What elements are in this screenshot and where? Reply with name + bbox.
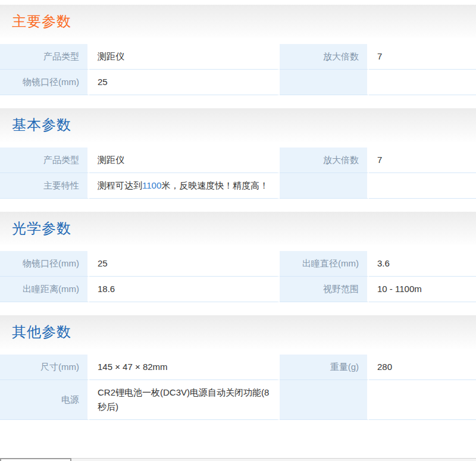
param-value: 145 × 47 × 82mm <box>89 355 280 380</box>
value-text: CR2锂电池一枚(DC3V)电源自动关闭功能(8秒后) <box>98 387 269 412</box>
param-label: 产品类型 <box>0 44 89 70</box>
value-text: 米，反映速度快！精度高！ <box>161 180 268 190</box>
param-label: 重量(g) <box>280 355 369 380</box>
product-spec-page: 主要参数产品类型测距仪放大倍数7物镜口径(mm)25基本参数产品类型测距仪放大倍… <box>0 5 476 461</box>
section-heading: 光学参数 <box>0 212 476 245</box>
param-value: 测距仪 <box>89 148 280 173</box>
param-value: 10 - 1100m <box>369 277 476 302</box>
spec-table: 尺寸(mm)145 × 47 × 82mm重量(g)280电源CR2锂电池一枚(… <box>0 355 476 420</box>
bottom-tabbar <box>0 458 476 461</box>
value-text: 测距仪 <box>98 155 124 165</box>
param-label: 出瞳距离(mm) <box>0 277 89 302</box>
table-row: 出瞳距离(mm)18.6视野范围10 - 1100m <box>0 277 476 302</box>
spec-section-main-params: 主要参数产品类型测距仪放大倍数7物镜口径(mm)25 <box>0 5 476 95</box>
param-value: 3.6 <box>369 251 476 277</box>
section-title: 基本参数 <box>12 115 71 134</box>
bottom-tabbar-track <box>71 458 476 461</box>
section-heading: 基本参数 <box>0 108 476 142</box>
spec-table: 产品类型测距仪放大倍数7物镜口径(mm)25 <box>0 44 476 95</box>
param-value: 25 <box>89 251 280 277</box>
param-label: 产品类型 <box>0 148 89 173</box>
table-row: 物镜口径(mm)25出瞳直径(mm)3.6 <box>0 251 476 277</box>
param-label: 电源 <box>0 380 89 420</box>
spec-table: 物镜口径(mm)25出瞳直径(mm)3.6出瞳距离(mm)18.6视野范围10 … <box>0 251 476 302</box>
param-label: 物镜口径(mm) <box>0 70 89 95</box>
spec-table: 产品类型测距仪放大倍数7主要特性测程可达到1100米，反映速度快！精度高！ <box>0 148 476 199</box>
param-label: 物镜口径(mm) <box>0 251 89 277</box>
section-title: 其他参数 <box>12 322 71 341</box>
param-label: 视野范围 <box>280 277 369 302</box>
param-label: 放大倍数 <box>280 44 369 70</box>
param-value: 18.6 <box>89 277 280 302</box>
param-value: 25 <box>89 70 280 95</box>
param-value: 7 <box>369 44 476 70</box>
table-row: 尺寸(mm)145 × 47 × 82mm重量(g)280 <box>0 355 476 380</box>
param-label <box>280 70 369 95</box>
value-text: 测程可达到 <box>98 180 142 190</box>
value-text: 10 - 1100m <box>377 284 422 294</box>
value-text: 7 <box>377 51 382 61</box>
param-value: 测程可达到1100米，反映速度快！精度高！ <box>89 173 280 199</box>
section-title: 光学参数 <box>12 219 71 238</box>
value-text: 测距仪 <box>98 51 124 61</box>
spec-section-optical-params: 光学参数物镜口径(mm)25出瞳直径(mm)3.6出瞳距离(mm)18.6视野范… <box>0 212 476 302</box>
table-row: 产品类型测距仪放大倍数7 <box>0 148 476 173</box>
table-row: 物镜口径(mm)25 <box>0 70 476 95</box>
spec-sections: 主要参数产品类型测距仪放大倍数7物镜口径(mm)25基本参数产品类型测距仪放大倍… <box>0 5 476 420</box>
param-value <box>369 70 476 95</box>
param-value: 7 <box>369 148 476 173</box>
table-row: 产品类型测距仪放大倍数7 <box>0 44 476 70</box>
value-text: 7 <box>377 155 382 165</box>
param-label <box>280 173 369 199</box>
param-label <box>280 380 369 420</box>
param-label: 尺寸(mm) <box>0 355 89 380</box>
section-heading: 主要参数 <box>0 5 476 38</box>
table-row: 主要特性测程可达到1100米，反映速度快！精度高！ <box>0 173 476 199</box>
param-value <box>369 173 476 199</box>
value-text: 145 × 47 × 82mm <box>98 362 168 372</box>
value-text: 25 <box>98 258 108 268</box>
value-text: 280 <box>377 362 392 372</box>
table-row: 电源CR2锂电池一枚(DC3V)电源自动关闭功能(8秒后) <box>0 380 476 420</box>
section-heading: 其他参数 <box>0 315 476 349</box>
param-value: 测距仪 <box>89 44 280 70</box>
section-title: 主要参数 <box>12 12 71 31</box>
param-label: 放大倍数 <box>280 148 369 173</box>
param-value: 280 <box>369 355 476 380</box>
value-text: 3.6 <box>377 258 390 268</box>
param-value: CR2锂电池一枚(DC3V)电源自动关闭功能(8秒后) <box>89 380 280 420</box>
param-value <box>369 380 476 420</box>
value-text: 18.6 <box>98 284 115 294</box>
spec-section-other-params: 其他参数尺寸(mm)145 × 47 × 82mm重量(g)280电源CR2锂电… <box>0 315 476 420</box>
param-label: 主要特性 <box>0 173 89 199</box>
highlighted-value-text: 1100 <box>142 180 161 190</box>
value-text: 25 <box>98 77 108 87</box>
param-label: 出瞳直径(mm) <box>280 251 369 277</box>
bottom-active-tab[interactable] <box>0 458 71 461</box>
spec-section-basic-params: 基本参数产品类型测距仪放大倍数7主要特性测程可达到1100米，反映速度快！精度高… <box>0 108 476 199</box>
